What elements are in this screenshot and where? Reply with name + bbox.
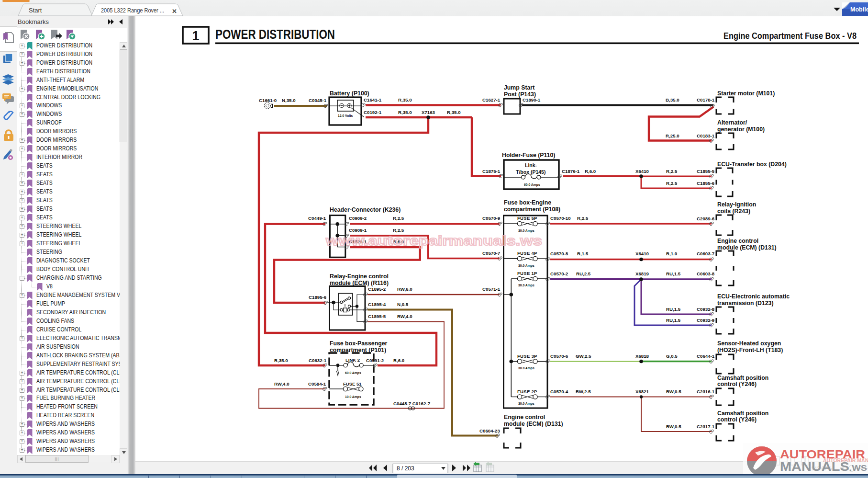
svg-text:R,6.0: R,6.0 — [585, 169, 596, 174]
svg-text:G,0.5: G,0.5 — [666, 353, 678, 359]
svg-text:POWER DISTRIBUTION: POWER DISTRIBUTION — [215, 27, 335, 42]
svg-text:C1661-0: C1661-0 — [259, 98, 277, 103]
svg-text:Link-: Link- — [525, 162, 537, 168]
svg-text:C0584-1: C0584-1 — [308, 381, 326, 387]
svg-text:C0448-7 C0162-7: C0448-7 C0162-7 — [393, 401, 430, 406]
svg-text:X6819: X6819 — [635, 271, 649, 276]
svg-text:RW,0.5: RW,0.5 — [666, 424, 681, 429]
svg-text:R,35.0: R,35.0 — [398, 97, 412, 102]
svg-text:GW,2.5: GW,2.5 — [576, 353, 591, 359]
svg-text:FUSE 3P: FUSE 3P — [517, 353, 537, 359]
svg-text:30.0 Amps: 30.0 Amps — [518, 366, 534, 370]
svg-text:30.0 Amps: 30.0 Amps — [518, 402, 534, 406]
svg-text:C0449-1: C0449-1 — [308, 216, 326, 221]
svg-text:Sensor-Heated oxygen: Sensor-Heated oxygen — [717, 340, 781, 347]
svg-text:FUSE 5P: FUSE 5P — [517, 216, 537, 221]
svg-text:C0570-4: C0570-4 — [550, 389, 568, 394]
svg-text:control (Y246): control (Y246) — [717, 416, 757, 423]
svg-text:Engine Compartment Fuse Box -: Engine Compartment Fuse Box - V8 — [723, 31, 857, 41]
svg-text:1: 1 — [192, 29, 199, 43]
svg-text:60.0 Amps: 60.0 Amps — [524, 183, 540, 187]
svg-text:AUTOREPAIR MANUALS.US: AUTOREPAIR MANUALS.US — [823, 457, 868, 463]
svg-text:C0604-23: C0604-23 — [479, 428, 500, 433]
svg-text:C1895-4: C1895-4 — [368, 302, 386, 307]
svg-text:R,25.0: R,25.0 — [666, 133, 679, 138]
svg-text:www.autorepairmanuals.ws: www.autorepairmanuals.ws — [325, 233, 542, 248]
svg-text:X7163: X7163 — [422, 110, 435, 115]
svg-text:Engine control: Engine control — [504, 414, 545, 421]
svg-text:C0570-2: C0570-2 — [550, 271, 568, 276]
svg-text:Battery (P100): Battery (P100) — [330, 90, 369, 97]
svg-text:Fuse box-Engine: Fuse box-Engine — [504, 199, 551, 206]
svg-text:compartment (P108): compartment (P108) — [504, 206, 560, 213]
svg-text:X6818: X6818 — [635, 353, 649, 359]
svg-text:X6410: X6410 — [635, 251, 649, 256]
svg-text:C0045-1: C0045-1 — [309, 98, 327, 103]
svg-text:generator (M100): generator (M100) — [717, 126, 765, 133]
svg-text:C0644-1: C0644-1 — [697, 353, 715, 359]
svg-text:C0932-9: C0932-9 — [697, 318, 715, 323]
svg-text:X6821: X6821 — [635, 389, 649, 394]
svg-text:10.0 Amps: 10.0 Amps — [345, 395, 361, 399]
svg-text:C1855-5: C1855-5 — [697, 169, 715, 174]
svg-text:ECU-Transfer box (D204): ECU-Transfer box (D204) — [717, 161, 787, 168]
svg-text:C0571-1: C0571-1 — [482, 286, 501, 292]
svg-text:R,1.0: R,1.0 — [666, 251, 677, 256]
svg-text:30.0 Amps: 30.0 Amps — [518, 229, 534, 233]
svg-text:RU,1.5: RU,1.5 — [666, 318, 681, 323]
svg-text:R,2.5: R,2.5 — [577, 216, 589, 221]
svg-text:RW,0.5: RW,0.5 — [666, 389, 681, 394]
svg-text:R,6.0: R,6.0 — [393, 358, 404, 363]
svg-text:B,35.0: B,35.0 — [666, 97, 679, 102]
svg-text:C0178-1: C0178-1 — [697, 97, 715, 102]
svg-text:C0591-2: C0591-2 — [366, 358, 384, 363]
svg-text:R,35.0: R,35.0 — [398, 110, 412, 115]
svg-text:C1855-6: C1855-6 — [697, 181, 715, 186]
svg-text:C0570-6: C0570-6 — [550, 353, 568, 359]
svg-text:ECU-Electronic automatic: ECU-Electronic automatic — [717, 293, 790, 300]
svg-text:C1876-1: C1876-1 — [562, 169, 580, 174]
svg-text:60.0 Amps: 60.0 Amps — [345, 371, 361, 375]
svg-text:✕: ✕ — [172, 8, 177, 15]
svg-text:C0570-8: C0570-8 — [550, 251, 568, 256]
svg-text:(HO2S)-Front-LH (T183): (HO2S)-Front-LH (T183) — [717, 347, 783, 353]
svg-text:RW,4.0: RW,4.0 — [274, 381, 289, 387]
svg-text:Mobile: Mobile — [850, 6, 868, 13]
svg-text:C1875-1: C1875-1 — [482, 169, 501, 174]
svg-text:RU,2.5: RU,2.5 — [576, 271, 591, 276]
svg-text:C0570-10: C0570-10 — [550, 216, 571, 221]
svg-text:module (ECM) (R116): module (ECM) (R116) — [330, 280, 389, 286]
svg-text:Fuse box-Passenger: Fuse box-Passenger — [330, 340, 387, 347]
svg-text:C0603-7: C0603-7 — [697, 251, 714, 256]
svg-text:C0909-1: C0909-1 — [349, 228, 367, 233]
svg-text:Engine control: Engine control — [717, 238, 758, 244]
svg-text:30.0 Amps: 30.0 Amps — [518, 284, 534, 287]
svg-text:module (ECM) (D131): module (ECM) (D131) — [504, 421, 563, 427]
svg-text:FUSE 1P: FUSE 1P — [517, 271, 537, 276]
svg-text:R,1.5: R,1.5 — [577, 251, 589, 256]
svg-text:R,35.0: R,35.0 — [274, 358, 288, 363]
svg-text:FUSE 2P: FUSE 2P — [517, 389, 537, 394]
svg-text:R,2.5: R,2.5 — [393, 216, 404, 221]
svg-text:8 / 203: 8 / 203 — [397, 465, 414, 472]
svg-text:C2317-1: C2317-1 — [697, 424, 715, 429]
svg-text:T/box (P145): T/box (P145) — [516, 169, 545, 175]
svg-text:C0570-7: C0570-7 — [482, 250, 500, 256]
svg-text:C0192-1: C0192-1 — [364, 110, 382, 115]
svg-text:C1641-1: C1641-1 — [364, 97, 382, 102]
svg-text:C0932-8: C0932-8 — [697, 307, 715, 312]
svg-text:30.0 Amps: 30.0 Amps — [518, 264, 534, 268]
svg-text:compartment (P101): compartment (P101) — [330, 347, 386, 353]
svg-text:C1895-6: C1895-6 — [309, 295, 327, 300]
svg-text:C0570-9: C0570-9 — [482, 216, 501, 221]
svg-text:N,0.5: N,0.5 — [397, 302, 409, 307]
svg-text:N,35.0: N,35.0 — [282, 98, 296, 103]
svg-text:RW,2.5: RW,2.5 — [576, 389, 591, 394]
svg-text:Starter motor (M101): Starter motor (M101) — [717, 90, 775, 97]
svg-text:control (Y246): control (Y246) — [717, 381, 757, 387]
svg-text:C1895-2: C1895-2 — [368, 286, 386, 292]
svg-text:Camshaft position: Camshaft position — [717, 410, 768, 417]
svg-text:R,2.5: R,2.5 — [666, 169, 678, 174]
svg-text:RU,1.5: RU,1.5 — [666, 271, 681, 276]
svg-text:module (ECM) (D131): module (ECM) (D131) — [717, 244, 777, 251]
